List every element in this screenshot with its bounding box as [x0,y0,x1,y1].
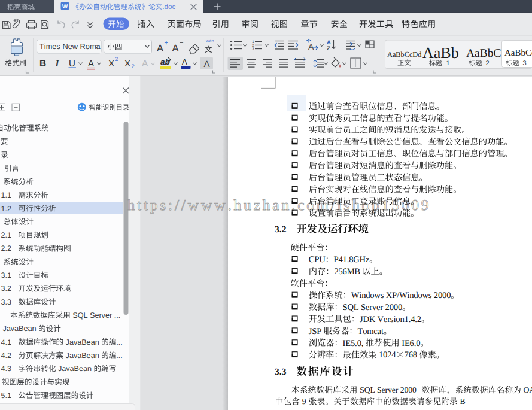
svg-text:...: ... [116,338,123,346]
svg-text:3.2: 3.2 [1,284,11,293]
svg-text:X: X [124,59,130,69]
svg-text:U: U [69,59,75,69]
svg-text:5.1: 5.1 [1,391,11,400]
svg-text:4.1: 4.1 [1,338,11,347]
svg-text:IE5.0,: IE5.0, [343,338,366,348]
svg-text:wén: wén [205,38,214,44]
svg-text:A: A [88,59,94,69]
svg-text:AaBbCc: AaBbCc [504,48,532,58]
svg-text:.doc: .doc [162,3,175,11]
svg-text:1024: 1024 [376,350,396,360]
svg-text:A: A [204,59,210,69]
svg-text:JDK Version1.4.2: JDK Version1.4.2 [360,314,421,324]
svg-text:−: − [180,40,183,47]
svg-text:1: 1 [446,60,450,67]
svg-text:...: ... [116,351,123,360]
svg-text:IE6.0: IE6.0 [400,338,421,348]
svg-text:CPU: CPU [309,255,326,265]
svg-text:2: 2 [486,60,490,67]
svg-text:AaBbC: AaBbC [466,47,501,60]
svg-text:256MB: 256MB [334,266,362,276]
svg-text:A: A [157,43,163,54]
svg-text:AaBb: AaBb [422,44,459,62]
svg-text:JavaBean: JavaBean [3,324,39,333]
svg-text:A: A [172,43,179,54]
svg-text:3.1: 3.1 [1,271,11,280]
svg-text:768: 768 [405,350,419,360]
svg-text:2: 2 [115,56,118,63]
svg-text:3.2: 3.2 [275,224,287,235]
svg-text:P41.8GHz: P41.8GHz [334,255,370,265]
svg-text:JavaBean: JavaBean [63,338,101,346]
svg-text:SQL Server 2000: SQL Server 2000 [343,302,402,312]
svg-text:2: 2 [132,63,135,70]
svg-text:W: W [62,4,68,10]
svg-text:2.1: 2.1 [1,231,11,239]
svg-text:A: A [308,42,314,51]
svg-text:3.3: 3.3 [275,367,287,377]
svg-text:https://www.huzhan.com/ishop15: https://www.huzhan.com/ishop15009 [127,196,431,214]
svg-text:X: X [108,59,114,69]
svg-text:SQL Server ...: SQL Server ... [71,311,120,320]
svg-text:3: 3 [252,47,254,51]
svg-text:A: A [142,59,148,69]
svg-text:B: B [39,59,46,69]
svg-text:B: B [458,397,465,406]
svg-text:JavaBean: JavaBean [56,365,94,373]
svg-text:I: I [55,59,60,69]
svg-text:Tomcat: Tomcat [357,326,383,336]
svg-text:3: 3 [523,60,527,67]
svg-text:OA: OA [521,385,532,394]
svg-text:AaBbCcDd: AaBbCcDd [387,50,421,59]
svg-text:4.2: 4.2 [1,351,11,360]
svg-text:1.2: 1.2 [1,205,11,213]
svg-text:3.3: 3.3 [1,298,11,306]
svg-text:9: 9 [300,397,308,406]
svg-text:2.2: 2.2 [1,244,11,253]
svg-text:JavaBean: JavaBean [63,351,101,360]
svg-text:+: + [165,40,168,47]
svg-text:Times New Roma: Times New Roma [39,42,101,51]
svg-text:SQL Server 2000: SQL Server 2000 [358,385,418,394]
svg-text:4.3: 4.3 [1,365,11,373]
svg-text:A: A [182,58,188,68]
svg-text:Windows XP/Windows 2000: Windows XP/Windows 2000 [351,290,451,300]
svg-text:Z: Z [327,45,330,52]
svg-text:1.1: 1.1 [1,191,11,199]
svg-text:JSP: JSP [309,326,324,336]
